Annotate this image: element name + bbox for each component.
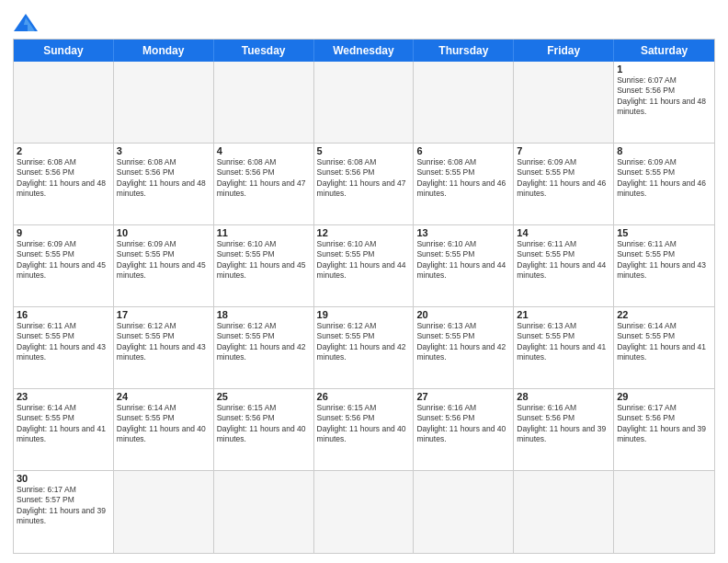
logo-icon (13, 13, 39, 33)
cell-day-16: 16Sunrise: 6:11 AM Sunset: 5:55 PM Dayli… (14, 307, 114, 389)
cell-day-17: 17Sunrise: 6:12 AM Sunset: 5:55 PM Dayli… (114, 307, 214, 389)
cell-info: Sunrise: 6:13 AM Sunset: 5:55 PM Dayligh… (416, 321, 510, 363)
cell-day-29: 29Sunrise: 6:17 AM Sunset: 5:56 PM Dayli… (614, 389, 714, 471)
cell-day-7: 7Sunrise: 6:09 AM Sunset: 5:55 PM Daylig… (514, 144, 614, 225)
cell-day-30: 30Sunrise: 6:17 AM Sunset: 5:57 PM Dayli… (14, 471, 114, 553)
day-number: 11 (217, 227, 311, 238)
cell-info: Sunrise: 6:08 AM Sunset: 5:56 PM Dayligh… (217, 157, 311, 200)
day-header-monday: Monday (114, 40, 214, 62)
cell-info: Sunrise: 6:10 AM Sunset: 5:55 PM Dayligh… (217, 239, 311, 282)
day-headers: SundayMondayTuesdayWednesdayThursdayFrid… (14, 40, 714, 62)
day-number: 9 (17, 227, 110, 238)
cell-day-3: 3Sunrise: 6:08 AM Sunset: 5:56 PM Daylig… (114, 144, 214, 225)
cell-empty-40 (514, 471, 614, 553)
day-number: 15 (617, 227, 711, 238)
cell-day-14: 14Sunrise: 6:11 AM Sunset: 5:55 PM Dayli… (514, 225, 614, 307)
cell-info: Sunrise: 6:16 AM Sunset: 5:56 PM Dayligh… (517, 403, 610, 445)
day-number: 6 (416, 145, 510, 156)
cell-info: Sunrise: 6:14 AM Sunset: 5:55 PM Dayligh… (117, 403, 210, 445)
cell-day-27: 27Sunrise: 6:16 AM Sunset: 5:56 PM Dayli… (414, 389, 514, 471)
cell-info: Sunrise: 6:09 AM Sunset: 5:55 PM Dayligh… (517, 157, 610, 200)
day-number: 8 (617, 145, 711, 156)
cell-info: Sunrise: 6:14 AM Sunset: 5:55 PM Dayligh… (17, 403, 110, 445)
day-header-wednesday: Wednesday (314, 40, 415, 62)
cell-info: Sunrise: 6:16 AM Sunset: 5:56 PM Dayligh… (416, 403, 510, 445)
cell-empty-2 (214, 62, 314, 144)
cell-info: Sunrise: 6:08 AM Sunset: 5:56 PM Dayligh… (317, 157, 411, 200)
cell-empty-0 (14, 62, 114, 144)
cell-day-24: 24Sunrise: 6:14 AM Sunset: 5:55 PM Dayli… (114, 389, 214, 471)
cell-day-19: 19Sunrise: 6:12 AM Sunset: 5:55 PM Dayli… (314, 307, 415, 389)
cell-day-21: 21Sunrise: 6:13 AM Sunset: 5:55 PM Dayli… (514, 307, 614, 389)
cell-info: Sunrise: 6:08 AM Sunset: 5:56 PM Dayligh… (17, 157, 110, 200)
cell-day-22: 22Sunrise: 6:14 AM Sunset: 5:55 PM Dayli… (614, 307, 714, 389)
day-header-sunday: Sunday (14, 40, 114, 62)
cell-info: Sunrise: 6:11 AM Sunset: 5:55 PM Dayligh… (17, 321, 110, 363)
cell-info: Sunrise: 6:09 AM Sunset: 5:55 PM Dayligh… (117, 239, 210, 282)
cell-info: Sunrise: 6:14 AM Sunset: 5:55 PM Dayligh… (617, 321, 711, 363)
cell-day-4: 4Sunrise: 6:08 AM Sunset: 5:56 PM Daylig… (214, 144, 314, 225)
cell-day-2: 2Sunrise: 6:08 AM Sunset: 5:56 PM Daylig… (14, 144, 114, 225)
cell-info: Sunrise: 6:07 AM Sunset: 5:56 PM Dayligh… (617, 75, 711, 118)
day-number: 4 (217, 145, 311, 156)
day-number: 17 (117, 309, 210, 320)
cell-day-8: 8Sunrise: 6:09 AM Sunset: 5:55 PM Daylig… (614, 144, 714, 225)
day-number: 10 (117, 227, 210, 238)
day-number: 13 (416, 227, 510, 238)
day-number: 18 (217, 309, 311, 320)
cell-info: Sunrise: 6:09 AM Sunset: 5:55 PM Dayligh… (17, 239, 110, 282)
day-number: 26 (317, 391, 411, 402)
day-number: 23 (17, 391, 110, 402)
cell-empty-36 (114, 471, 214, 553)
cell-info: Sunrise: 6:13 AM Sunset: 5:55 PM Dayligh… (517, 321, 610, 363)
cell-day-23: 23Sunrise: 6:14 AM Sunset: 5:55 PM Dayli… (14, 389, 114, 471)
cell-empty-41 (614, 471, 714, 553)
cell-info: Sunrise: 6:12 AM Sunset: 5:55 PM Dayligh… (317, 321, 411, 363)
day-number: 20 (416, 309, 510, 320)
day-number: 27 (416, 391, 510, 402)
cell-info: Sunrise: 6:12 AM Sunset: 5:55 PM Dayligh… (117, 321, 210, 363)
cell-day-9: 9Sunrise: 6:09 AM Sunset: 5:55 PM Daylig… (14, 225, 114, 307)
cell-empty-37 (214, 471, 314, 553)
day-number: 5 (317, 145, 411, 156)
page: SundayMondayTuesdayWednesdayThursdayFrid… (0, 0, 728, 563)
day-number: 16 (17, 309, 110, 320)
cell-day-5: 5Sunrise: 6:08 AM Sunset: 5:56 PM Daylig… (314, 144, 415, 225)
cell-info: Sunrise: 6:15 AM Sunset: 5:56 PM Dayligh… (317, 403, 411, 445)
cell-info: Sunrise: 6:12 AM Sunset: 5:55 PM Dayligh… (217, 321, 311, 363)
cell-day-25: 25Sunrise: 6:15 AM Sunset: 5:56 PM Dayli… (214, 389, 314, 471)
day-number: 2 (17, 145, 110, 156)
cell-info: Sunrise: 6:11 AM Sunset: 5:55 PM Dayligh… (517, 239, 610, 282)
logo (13, 9, 42, 33)
cell-info: Sunrise: 6:11 AM Sunset: 5:55 PM Dayligh… (617, 239, 711, 282)
cell-empty-4 (414, 62, 514, 144)
day-number: 29 (617, 391, 711, 402)
day-number: 30 (17, 473, 110, 484)
calendar-grid: 1Sunrise: 6:07 AM Sunset: 5:56 PM Daylig… (14, 62, 714, 553)
day-number: 14 (517, 227, 610, 238)
svg-rect-2 (20, 25, 28, 31)
cell-day-6: 6Sunrise: 6:08 AM Sunset: 5:55 PM Daylig… (414, 144, 514, 225)
header (13, 9, 715, 33)
cell-info: Sunrise: 6:15 AM Sunset: 5:56 PM Dayligh… (217, 403, 311, 445)
day-number: 1 (617, 63, 711, 75)
cell-info: Sunrise: 6:08 AM Sunset: 5:56 PM Dayligh… (117, 157, 210, 200)
cell-day-10: 10Sunrise: 6:09 AM Sunset: 5:55 PM Dayli… (114, 225, 214, 307)
day-header-thursday: Thursday (414, 40, 514, 62)
day-header-tuesday: Tuesday (214, 40, 314, 62)
cell-empty-39 (414, 471, 514, 553)
day-number: 21 (517, 309, 610, 320)
day-number: 25 (217, 391, 311, 402)
cell-day-12: 12Sunrise: 6:10 AM Sunset: 5:55 PM Dayli… (314, 225, 415, 307)
day-number: 22 (617, 309, 711, 320)
cell-info: Sunrise: 6:10 AM Sunset: 5:55 PM Dayligh… (416, 239, 510, 282)
cell-day-26: 26Sunrise: 6:15 AM Sunset: 5:56 PM Dayli… (314, 389, 415, 471)
day-number: 28 (517, 391, 610, 402)
cell-day-1: 1Sunrise: 6:07 AM Sunset: 5:56 PM Daylig… (614, 62, 714, 144)
cell-info: Sunrise: 6:17 AM Sunset: 5:56 PM Dayligh… (617, 403, 711, 445)
cell-day-11: 11Sunrise: 6:10 AM Sunset: 5:55 PM Dayli… (214, 225, 314, 307)
cell-day-15: 15Sunrise: 6:11 AM Sunset: 5:55 PM Dayli… (614, 225, 714, 307)
day-header-friday: Friday (514, 40, 614, 62)
cell-empty-38 (314, 471, 415, 553)
cell-info: Sunrise: 6:17 AM Sunset: 5:57 PM Dayligh… (17, 485, 110, 527)
